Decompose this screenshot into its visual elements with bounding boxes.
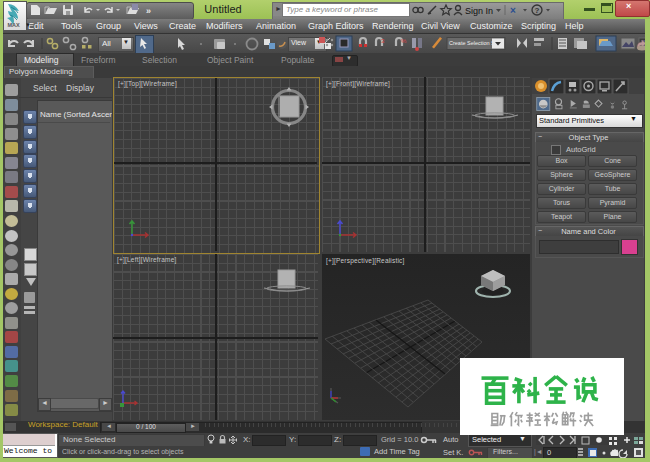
svg-text:×: ×	[510, 5, 516, 16]
svg-text:Create Selection S: Create Selection S	[449, 40, 495, 46]
svg-text:%: %	[401, 38, 407, 44]
svg-text:Sign In: Sign In	[465, 6, 493, 16]
svg-text:MAX: MAX	[8, 22, 21, 28]
svg-text:3: 3	[381, 38, 385, 44]
svg-text:»: »	[146, 6, 151, 16]
svg-text:?: ?	[535, 6, 540, 15]
